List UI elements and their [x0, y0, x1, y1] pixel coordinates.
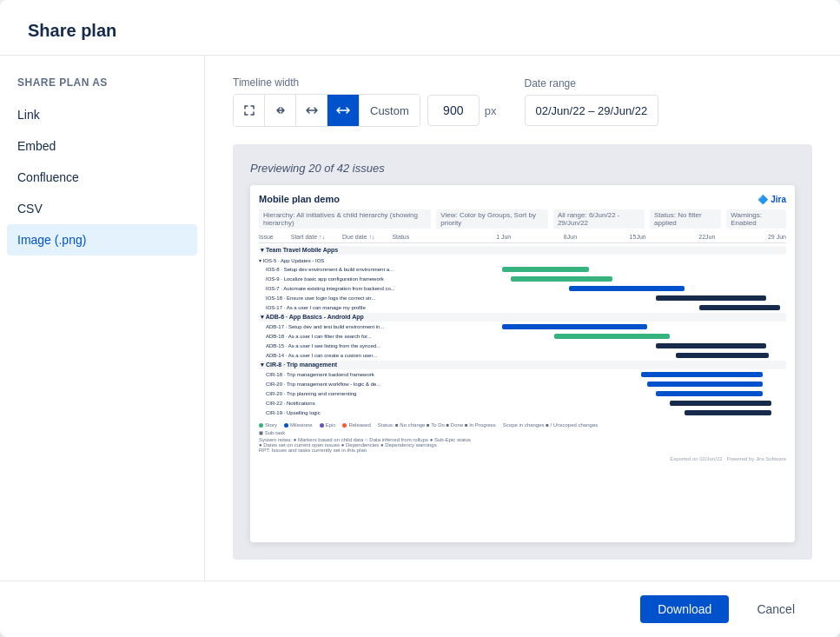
modal: Share plan Share plan as Link Embed Conf… — [0, 0, 840, 637]
gantt-row: IOS-17 · As a user I can manage my profi… — [259, 303, 786, 312]
gantt-filters: Hierarchy: All initiatives & child hiera… — [259, 209, 786, 229]
px-input[interactable] — [427, 95, 480, 126]
modal-body: Share plan as Link Embed Confluence CSV … — [0, 56, 840, 581]
controls-row: Timeline width — [233, 76, 812, 127]
timeline-label: Timeline width — [233, 76, 497, 89]
gantt-row: IOS-7 · Automate existing integration fr… — [259, 284, 786, 293]
gantt-section-mobile: ▾ Team Travel Mobile Apps — [259, 246, 786, 255]
preview-label: Previewing 20 of 42 issues — [250, 162, 795, 175]
wide-icon — [305, 103, 319, 117]
sidebar: Share plan as Link Embed Confluence CSV … — [0, 56, 205, 581]
narrow-icon — [274, 103, 288, 117]
gantt-row: CIR-22 · Notifications — [259, 399, 786, 408]
sidebar-item-link[interactable]: Link — [0, 99, 204, 130]
sidebar-item-embed[interactable]: Embed — [0, 130, 204, 162]
custom-label-button[interactable]: Custom — [359, 95, 420, 126]
modal-title: Share plan — [28, 21, 812, 41]
gantt-row: CIR-20 · Trip planning and commenting — [259, 389, 786, 398]
gantt-section-crm: ▾ CIR-8 · Trip management — [259, 361, 786, 369]
gantt-row: CIR-20 · Trip management workflow - logi… — [259, 380, 786, 388]
sidebar-item-confluence[interactable]: Confluence — [0, 162, 204, 193]
gantt-row: ▾ IOS-5 · App Updates - IOS — [259, 255, 786, 264]
gantt-row: IOS-9 · Localize basic app configuration… — [259, 275, 786, 283]
gantt-row: IOS-8 · Setup dev environment & build en… — [259, 265, 786, 274]
gantt-section-app: ▾ ADB-6 · App Basics - Android App — [259, 313, 786, 322]
sidebar-label: Share plan as — [0, 70, 204, 99]
gantt-header: Mobile plan demo 🔷 Jira — [259, 194, 786, 204]
gantt-row: IOS-18 · Ensure user login logs the corr… — [259, 294, 786, 302]
gantt-legend: Story Milestone Epic Released Status: ■ … — [259, 422, 786, 453]
gantt-title: Mobile plan demo — [259, 194, 340, 204]
sidebar-item-image-png[interactable]: Image (.png) — [7, 224, 197, 255]
gantt-row: CIR-19 · Upselling logic — [259, 408, 786, 417]
fit-icon — [242, 103, 256, 117]
px-unit: px — [485, 104, 497, 117]
wide-button[interactable] — [296, 95, 327, 126]
gantt-col-headers: Issue Start date ↑↓ Due date ↑↓ Status 1… — [259, 234, 786, 243]
modal-footer: Download Cancel — [0, 581, 840, 637]
custom-width-button[interactable] — [327, 95, 359, 126]
custom-icon — [336, 103, 350, 117]
gantt-preview: Mobile plan demo 🔷 Jira Hierarchy: All i… — [250, 185, 795, 542]
modal-header: Share plan — [0, 0, 840, 56]
date-range-group: Date range 02/Jun/22 – 29/Jun/22 — [525, 77, 659, 126]
date-range-picker[interactable]: 02/Jun/22 – 29/Jun/22 — [525, 95, 659, 126]
sidebar-item-csv[interactable]: CSV — [0, 193, 204, 224]
timeline-width-group: Timeline width — [233, 76, 497, 127]
main-content: Timeline width — [205, 56, 840, 581]
gantt-row: ADB-18 · As a user I can filter the sear… — [259, 332, 786, 341]
download-button[interactable]: Download — [640, 595, 729, 623]
gantt-logo: 🔷 Jira — [757, 195, 786, 204]
gantt-footer: Exported on 02/Jun/22 · Powered by Jira … — [259, 456, 786, 461]
timeline-controls: Custom — [233, 94, 420, 127]
gantt-row: CIR-18 · Trip management backend framewo… — [259, 370, 786, 379]
gantt-row: ADB-14 · As a user I can create a custom… — [259, 351, 786, 360]
px-input-group: px — [427, 95, 497, 126]
narrow-button[interactable] — [265, 95, 296, 126]
gantt-row: ADB-17 · Setup dev and test build enviro… — [259, 322, 786, 331]
date-range-label: Date range — [525, 77, 659, 90]
preview-area: Previewing 20 of 42 issues Mobile plan d… — [233, 144, 812, 560]
cancel-button[interactable]: Cancel — [739, 595, 812, 623]
fit-button[interactable] — [234, 95, 265, 126]
gantt-row: ADB-15 · As a user I see listing from th… — [259, 342, 786, 350]
